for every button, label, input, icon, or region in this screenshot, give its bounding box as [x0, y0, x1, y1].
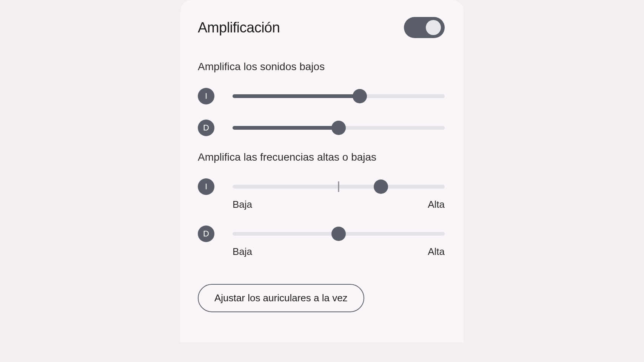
- slider-thumb[interactable]: [374, 179, 388, 194]
- slider-thumb[interactable]: [353, 89, 367, 103]
- low-sounds-left-row: I: [198, 88, 445, 104]
- channel-left-icon: I: [198, 178, 214, 195]
- slider-center-tick: [338, 181, 339, 192]
- range-low-label: Baja: [233, 199, 252, 210]
- low-sounds-left-slider[interactable]: [233, 88, 445, 104]
- range-low-label: Baja: [233, 246, 252, 258]
- low-sounds-right-slider[interactable]: [233, 120, 445, 136]
- amplification-toggle[interactable]: [404, 17, 445, 38]
- channel-left-icon: I: [198, 88, 214, 104]
- adjust-both-button[interactable]: Ajustar los auriculares a la vez: [198, 284, 364, 312]
- frequencies-right-row: D: [198, 225, 445, 242]
- slider-thumb[interactable]: [331, 227, 346, 241]
- frequencies-right-range-labels: Baja Alta: [233, 246, 445, 258]
- channel-right-icon: D: [198, 120, 214, 136]
- channel-right-icon: D: [198, 225, 214, 242]
- slider-thumb[interactable]: [331, 121, 346, 135]
- low-sounds-label: Amplifica los sonidos bajos: [198, 61, 445, 73]
- frequencies-label: Amplifica las frecuencias altas o bajas: [198, 151, 445, 163]
- amplification-card: Amplificación Amplifica los sonidos bajo…: [180, 0, 464, 342]
- slider-track-fill: [233, 94, 360, 98]
- slider-track-fill: [233, 126, 339, 130]
- range-high-label: Alta: [428, 199, 445, 210]
- frequencies-left-range-labels: Baja Alta: [233, 199, 445, 210]
- header: Amplificación: [198, 17, 445, 38]
- page-title: Amplificación: [198, 20, 280, 36]
- frequencies-left-slider[interactable]: [233, 178, 445, 195]
- range-high-label: Alta: [428, 246, 445, 258]
- frequencies-left-row: I: [198, 178, 445, 195]
- low-sounds-right-row: D: [198, 120, 445, 136]
- frequencies-right-slider[interactable]: [233, 225, 445, 242]
